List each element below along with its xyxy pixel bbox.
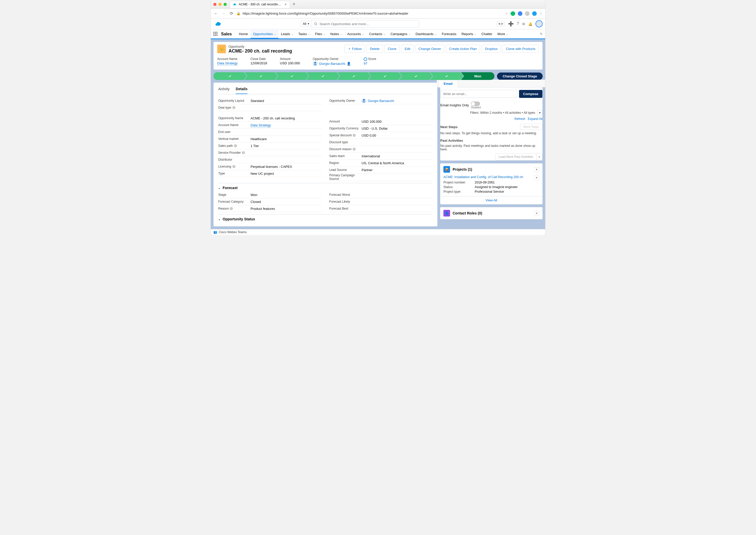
tab-activity[interactable]: Activity <box>218 85 229 94</box>
setup-icon[interactable]: ⚙ <box>522 22 525 26</box>
profile-icon[interactable] <box>532 11 537 16</box>
insights-toggle[interactable] <box>471 101 480 106</box>
webex-label[interactable]: Cisco Webex Teams <box>219 230 247 234</box>
info-icon[interactable]: i <box>232 165 235 168</box>
edit-button[interactable]: Edit <box>401 44 414 53</box>
dropbox-button[interactable]: Dropbox <box>482 44 501 53</box>
load-more-button[interactable]: Load More Past Activities▾ <box>495 153 542 160</box>
detail-value: Perpetual licenses - CAPEX <box>251 165 319 169</box>
detail-row: Lead SourcePartner✎ <box>329 167 433 174</box>
global-search-input[interactable] <box>312 20 419 28</box>
new-tab-button[interactable]: + <box>292 2 295 7</box>
contact-roles-menu[interactable]: ▾ <box>534 211 539 216</box>
project-row-menu[interactable]: ▾ <box>534 175 539 180</box>
owner-avatar <box>313 61 318 66</box>
minimize-window-icon[interactable] <box>219 3 222 6</box>
nav-item-opportunities[interactable]: Opportunities⌄ <box>251 30 279 39</box>
nav-item-notes[interactable]: Notes⌄ <box>328 30 345 39</box>
nav-item-contacts[interactable]: Contacts⌄ <box>366 30 388 39</box>
path-stage[interactable] <box>399 72 433 80</box>
change-stage-button[interactable]: Change Closed Stage <box>497 72 543 80</box>
close-window-icon[interactable] <box>213 3 216 6</box>
nav-item-chatter[interactable]: Chatter <box>479 30 495 39</box>
project-link[interactable]: ACME: Installation and Config. of Call R… <box>443 175 523 179</box>
path-stage[interactable] <box>213 72 247 80</box>
load-more-dropdown[interactable]: ▾ <box>536 154 542 160</box>
email-tab[interactable]: Email <box>438 80 458 87</box>
nav-item-more[interactable]: More⌄ <box>495 30 511 39</box>
owner-link[interactable]: Giorgio Barsacchi <box>319 62 346 66</box>
email-input[interactable] <box>440 90 517 98</box>
nav-item-dashboards[interactable]: Dashboards⌄ <box>413 30 439 39</box>
opp-status-section-header[interactable]: ⌄Opportunity Status <box>218 214 433 223</box>
follow-button[interactable]: ＋Follow <box>345 44 365 53</box>
bookmark-icon[interactable]: ☆ <box>505 12 508 15</box>
user-avatar[interactable] <box>535 20 543 27</box>
search-scope[interactable]: All ▼ <box>301 21 312 27</box>
delete-button[interactable]: Delete <box>366 44 383 53</box>
info-icon[interactable]: i <box>352 148 356 151</box>
extension-icon-1[interactable] <box>511 11 515 16</box>
detail-label: Type <box>218 172 251 175</box>
notifications-icon[interactable]: 🔔 <box>528 22 532 26</box>
score-value[interactable]: 97 <box>364 62 376 65</box>
path-stage[interactable] <box>430 72 464 80</box>
path-stage[interactable] <box>337 72 371 80</box>
view-all-link[interactable]: View All <box>485 198 497 202</box>
address-field[interactable]: 🔒 https://imagicle.lightning.force.com/l… <box>236 12 502 15</box>
info-icon[interactable]: i <box>352 134 356 137</box>
back-button[interactable]: ← <box>213 11 219 16</box>
detail-row: Opportunity LayoutStandard✎ <box>218 98 321 104</box>
nav-item-forecasts[interactable]: Forecasts <box>439 30 459 39</box>
filter-button[interactable]: ▾ <box>537 110 542 116</box>
path-stage[interactable] <box>368 72 402 80</box>
change-owner-button[interactable]: Change Owner <box>415 44 444 53</box>
change-owner-icon[interactable]: 👤 <box>347 62 351 66</box>
create-action-plan-button[interactable]: Create Action Plan <box>446 44 480 53</box>
forward-button[interactable]: → <box>221 11 226 16</box>
expand-all-link[interactable]: Expand All <box>528 117 542 121</box>
path-stage[interactable] <box>306 72 340 80</box>
nav-item-tasks[interactable]: Tasks⌄ <box>296 30 312 39</box>
info-icon[interactable]: i <box>242 151 245 154</box>
detail-row: Vertical marketHealthcare✎ <box>218 135 321 142</box>
nav-item-campaigns[interactable]: Campaigns⌄ <box>388 30 413 39</box>
nav-item-home[interactable]: Home <box>236 30 251 39</box>
info-icon[interactable]: i <box>234 144 237 147</box>
favorites-button[interactable]: ★|▾ <box>496 21 505 26</box>
reload-button[interactable]: ⟳ <box>229 11 234 16</box>
path-stage[interactable] <box>275 72 309 80</box>
app-launcher-icon[interactable] <box>213 32 218 36</box>
webex-icon[interactable]: 👥 <box>213 230 217 234</box>
browser-tab[interactable]: ACME - 300 ch. call recordin… × <box>230 1 290 8</box>
clone-with-products-button[interactable]: Clone with Products <box>502 44 539 53</box>
refresh-link[interactable]: Refresh <box>514 117 525 121</box>
projects-menu[interactable]: ▾ <box>534 167 539 172</box>
path-stage-won[interactable]: Won <box>461 72 495 80</box>
more-steps-button[interactable]: More Steps <box>520 124 542 130</box>
account-link[interactable]: Data Strategy <box>217 61 238 65</box>
info-icon[interactable]: i <box>232 106 235 109</box>
nav-item-reports[interactable]: Reports⌄ <box>459 30 479 39</box>
tab-details[interactable]: Details <box>236 85 248 94</box>
info-icon[interactable]: i <box>230 207 233 210</box>
utility-bar: 👥 Cisco Webex Teams <box>211 229 545 235</box>
clone-button[interactable]: Clone <box>384 44 400 53</box>
extension-icon-2[interactable] <box>518 11 522 16</box>
salesforce-logo[interactable] <box>213 20 224 27</box>
nav-item-accounts[interactable]: Accounts⌄ <box>345 30 366 39</box>
add-button[interactable]: ➕ <box>508 21 514 27</box>
maximize-window-icon[interactable] <box>224 3 227 6</box>
nav-item-files[interactable]: Files⌄ <box>312 30 327 39</box>
detail-value: International <box>362 154 430 158</box>
edit-nav-icon[interactable]: ✎ <box>540 32 543 36</box>
compose-button[interactable]: Compose <box>519 90 542 98</box>
forecast-section-header[interactable]: ⌄Forecast <box>218 183 433 191</box>
help-icon[interactable]: ? <box>517 21 519 26</box>
close-date-value: 12/09/2018 <box>251 61 267 65</box>
nav-item-leads[interactable]: Leads⌄ <box>279 30 296 39</box>
browser-menu-icon[interactable]: ⋮ <box>539 12 543 15</box>
close-tab-icon[interactable]: × <box>285 2 287 6</box>
extension-icon-3[interactable] <box>525 11 529 16</box>
path-stage[interactable] <box>244 72 278 80</box>
